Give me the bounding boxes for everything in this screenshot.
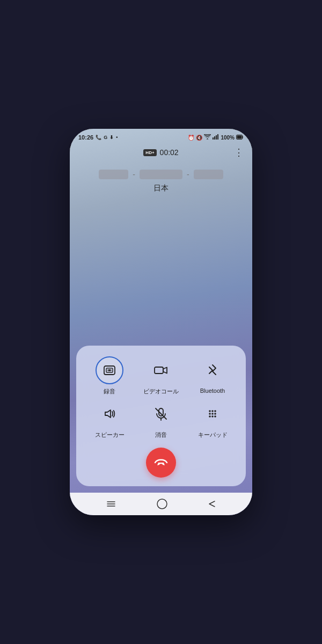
mute-icon: 🔇: [196, 135, 202, 141]
control-grid: 録音 ビデオコール: [85, 356, 237, 439]
record-icon: [102, 363, 117, 378]
time-display: 10:26: [78, 134, 93, 141]
status-bar: 10:26 📞 G ⬇ • ⏰ 🔇: [70, 129, 252, 144]
svg-rect-1: [214, 136, 215, 140]
phone-screen: 10:26 📞 G ⬇ • ⏰ 🔇: [70, 129, 252, 515]
svg-point-19: [214, 413, 216, 415]
svg-point-14: [209, 410, 211, 412]
svg-point-20: [209, 415, 211, 418]
call-timer: 00:02: [160, 148, 179, 157]
download-icon: ⬇: [109, 135, 114, 140]
number-part-2: [140, 170, 182, 179]
phone-frame: 10:26 📞 G ⬇ • ⏰ 🔇: [70, 129, 252, 515]
bluetooth-icon: [205, 363, 220, 378]
svg-rect-3: [217, 134, 218, 140]
svg-point-26: [157, 499, 167, 509]
caller-country: 日本: [153, 184, 169, 193]
svg-rect-2: [216, 135, 217, 140]
alarm-icon: ⏰: [188, 135, 194, 141]
speaker-icon-wrap: [96, 400, 123, 428]
bluetooth-icon-wrap: [199, 356, 226, 384]
recent-button[interactable]: [208, 500, 216, 508]
svg-point-18: [211, 413, 214, 415]
signal-icon: [213, 134, 219, 141]
keypad-label: キーパッド: [198, 431, 228, 439]
video-label: ビデオコール: [143, 387, 179, 396]
mute-button[interactable]: 消音: [136, 400, 186, 439]
back-button[interactable]: [106, 500, 116, 508]
bluetooth-button[interactable]: Bluetooth: [188, 356, 237, 396]
g-icon: G: [104, 135, 107, 140]
mute-icon: [153, 406, 169, 421]
nav-bar: [70, 493, 252, 515]
keypad-icon: [205, 406, 220, 421]
record-icon-wrap: [96, 356, 123, 384]
end-call-icon: [154, 456, 168, 470]
record-button[interactable]: 録音: [85, 356, 134, 396]
mute-label: 消音: [155, 431, 167, 439]
svg-point-22: [214, 415, 216, 418]
wifi-icon: [204, 134, 211, 141]
caller-number: - -: [99, 170, 223, 179]
speaker-button[interactable]: スピーカー: [85, 400, 134, 439]
svg-point-16: [214, 410, 216, 412]
video-call-button[interactable]: ビデオコール: [136, 356, 186, 396]
control-panel: 録音 ビデオコール: [76, 346, 246, 486]
hd-badge: HD+: [143, 149, 156, 156]
keypad-icon-wrap: [199, 400, 226, 428]
home-button[interactable]: [157, 499, 167, 509]
svg-point-15: [211, 410, 214, 412]
svg-point-17: [209, 413, 211, 415]
svg-line-13: [156, 408, 166, 419]
keypad-button[interactable]: キーパッド: [188, 400, 237, 439]
call-spacer: [70, 197, 252, 346]
dot-icon: •: [116, 135, 118, 140]
end-call-wrap: [85, 448, 237, 478]
battery-text: 100%: [221, 135, 235, 141]
speaker-icon: [102, 406, 117, 421]
video-icon: [153, 363, 169, 378]
mute-icon-wrap: [147, 400, 175, 428]
call-header: HD+ 00:02 ⋮: [70, 144, 252, 161]
end-call-button[interactable]: [146, 448, 176, 478]
svg-point-9: [108, 369, 111, 371]
bluetooth-label: Bluetooth: [200, 387, 225, 394]
status-right: ⏰ 🔇: [188, 134, 244, 141]
caller-info: - - 日本: [70, 161, 252, 197]
call-icon: 📞: [96, 135, 101, 140]
svg-rect-0: [213, 137, 214, 140]
video-icon-wrap: [147, 356, 175, 384]
speaker-label: スピーカー: [95, 431, 125, 439]
more-options-button[interactable]: ⋮: [234, 147, 244, 158]
number-part-3: [194, 170, 223, 179]
battery-icon: [236, 135, 244, 141]
svg-point-21: [211, 415, 214, 418]
svg-rect-5: [237, 135, 242, 138]
svg-rect-10: [155, 367, 163, 374]
record-label: 録音: [104, 387, 115, 396]
number-part-1: [99, 170, 128, 179]
status-left: 10:26 📞 G ⬇ •: [78, 134, 118, 141]
